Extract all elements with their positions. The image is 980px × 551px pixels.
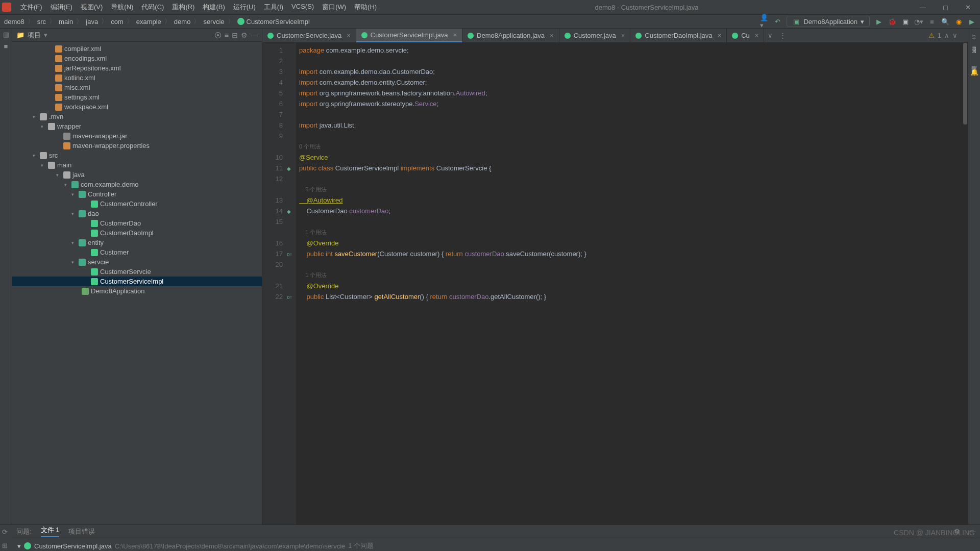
more-icon[interactable]: ▶ bbox=[968, 17, 976, 26]
menu-item[interactable]: 视图(V) bbox=[77, 2, 107, 13]
gear-icon[interactable]: ⚙ bbox=[241, 31, 248, 39]
menu-item[interactable]: 帮助(H) bbox=[350, 2, 381, 13]
tree-node[interactable]: ▾.mvn bbox=[12, 112, 262, 121]
vcs-add-icon[interactable]: 👤▾ bbox=[760, 17, 768, 26]
debug-button[interactable]: 🐞 bbox=[888, 17, 896, 26]
menu-item[interactable]: 导航(N) bbox=[107, 2, 137, 13]
editor-tab[interactable]: Customer.java× bbox=[559, 29, 631, 42]
tabs-more-icon[interactable]: ⋮ bbox=[776, 29, 789, 42]
menu-item[interactable]: 窗口(W) bbox=[318, 2, 350, 13]
folder-icon bbox=[48, 123, 55, 130]
close-tab-icon[interactable]: × bbox=[755, 32, 759, 39]
editor-tab[interactable]: Cu× bbox=[727, 29, 764, 42]
breadcrumb-item[interactable]: com bbox=[111, 18, 124, 26]
menu-item[interactable]: 文件(F) bbox=[16, 2, 46, 13]
tree-node[interactable]: ▾servcie bbox=[12, 257, 262, 267]
search-icon[interactable]: 🔍 bbox=[941, 17, 949, 26]
tree-node[interactable]: workspace.xml bbox=[12, 102, 262, 112]
tabs-more-icon[interactable]: ∨ bbox=[764, 29, 776, 42]
dropdown-icon[interactable]: ▾ bbox=[44, 31, 47, 39]
tree-node[interactable]: maven-wrapper.properties bbox=[12, 141, 262, 151]
tree-node[interactable]: Customer bbox=[12, 247, 262, 257]
ide-settings-icon[interactable]: ◉ bbox=[954, 17, 963, 26]
collapse-all-icon[interactable]: ⊟ bbox=[232, 31, 238, 39]
menu-item[interactable]: 重构(R) bbox=[168, 2, 199, 13]
tree-node[interactable]: encodings.xml bbox=[12, 54, 262, 63]
tree-node[interactable]: settings.xml bbox=[12, 92, 262, 102]
structure-icon[interactable]: ▥ bbox=[3, 31, 9, 38]
editor-tab[interactable]: CustomerServcie.java× bbox=[262, 29, 356, 42]
minimize-button[interactable]: — bbox=[913, 4, 933, 11]
pkg-icon bbox=[79, 259, 86, 266]
breadcrumb-item[interactable]: CustomerServiceImpl bbox=[247, 18, 310, 26]
inspection-summary[interactable]: ⚠ 1 ∧ ∨ bbox=[928, 32, 958, 39]
tree-node[interactable]: kotlinc.xml bbox=[12, 73, 262, 83]
bookmarks-icon[interactable]: ■ bbox=[4, 42, 8, 50]
close-tab-icon[interactable]: × bbox=[347, 32, 351, 39]
close-tab-icon[interactable]: × bbox=[621, 32, 625, 39]
close-tab-icon[interactable]: × bbox=[718, 32, 722, 39]
tree-node[interactable]: CustomerController bbox=[12, 199, 262, 209]
tree-node[interactable]: jarRepositories.xml bbox=[12, 63, 262, 73]
profile-button[interactable]: ◔▾ bbox=[915, 17, 923, 26]
undo-icon[interactable]: ↶ bbox=[773, 17, 781, 26]
close-tab-icon[interactable]: × bbox=[453, 31, 457, 39]
maven-tab[interactable]: m bbox=[971, 32, 977, 42]
expand-all-icon[interactable]: ≡ bbox=[225, 31, 229, 39]
tree-node[interactable]: CustomerDao bbox=[12, 218, 262, 228]
breadcrumb-item[interactable]: example bbox=[136, 18, 161, 26]
maximize-button[interactable]: ◻ bbox=[935, 4, 955, 11]
project-tree[interactable]: compiler.xmlencodings.xmljarRepositories… bbox=[12, 42, 262, 524]
hide-panel-icon[interactable]: — bbox=[251, 31, 258, 39]
close-window-button[interactable]: ✕ bbox=[958, 4, 978, 11]
menu-item[interactable]: 构建(B) bbox=[199, 2, 229, 13]
menu-item[interactable]: 工具(I) bbox=[260, 2, 287, 13]
tab-project-errors[interactable]: 项目错误 bbox=[68, 527, 95, 536]
tree-node[interactable]: ▾java bbox=[12, 170, 262, 180]
breadcrumb-item[interactable]: demo8 bbox=[4, 18, 24, 26]
tree-node[interactable]: ▾dao bbox=[12, 209, 262, 218]
problem-file-row[interactable]: ▾ CustomerServiceImpl.java C:\Users\8617… bbox=[17, 541, 975, 550]
menu-item[interactable]: 编辑(E) bbox=[46, 2, 77, 13]
editor-tab[interactable]: CustomerDaoImpl.java× bbox=[630, 29, 727, 42]
close-tab-icon[interactable]: × bbox=[550, 32, 554, 39]
editor-tab[interactable]: Demo8Application.java× bbox=[462, 29, 559, 42]
run-config-selector[interactable]: ▣ Demo8Application ▾ bbox=[787, 16, 870, 27]
breadcrumb-item[interactable]: java bbox=[86, 18, 98, 26]
editor-tab[interactable]: CustomerServiceImpl.java× bbox=[356, 29, 462, 42]
tree-node[interactable]: ▾Controller bbox=[12, 189, 262, 199]
tree-node[interactable]: Demo8Application bbox=[12, 286, 262, 296]
select-opened-icon[interactable]: ⦿ bbox=[214, 31, 222, 39]
tree-node[interactable]: ▾src bbox=[12, 151, 262, 160]
stop-button[interactable]: ■ bbox=[928, 17, 936, 26]
tree-node[interactable]: misc.xml bbox=[12, 83, 262, 92]
database-icon[interactable]: 🗄 bbox=[971, 46, 977, 54]
tree-node[interactable]: maven-wrapper.jar bbox=[12, 131, 262, 141]
tree-node[interactable]: compiler.xml bbox=[12, 44, 262, 54]
tree-node[interactable]: ▾com.example.demo bbox=[12, 180, 262, 189]
menu-item[interactable]: 代码(C) bbox=[137, 2, 168, 13]
prev-highlight-icon[interactable]: ∧ bbox=[944, 32, 949, 39]
filter-icon[interactable]: ⊞ bbox=[0, 539, 12, 551]
breadcrumb-item[interactable]: main bbox=[59, 18, 73, 26]
tree-node[interactable]: ▾wrapper bbox=[12, 121, 262, 131]
next-highlight-icon[interactable]: ∨ bbox=[952, 32, 958, 39]
editor-scrollbar[interactable] bbox=[963, 43, 968, 524]
tab-file[interactable]: 文件 1 bbox=[41, 525, 60, 537]
refresh-icon[interactable]: ⟳ bbox=[0, 525, 12, 539]
menu-item[interactable]: VCS(S) bbox=[287, 2, 318, 13]
tree-node[interactable]: CustomerServcie bbox=[12, 267, 262, 277]
tree-node[interactable]: CustomerDaoImpl bbox=[12, 228, 262, 238]
tree-node[interactable]: CustomerServiceImpl bbox=[12, 277, 262, 286]
coverage-button[interactable]: ▣ bbox=[901, 17, 910, 26]
code-content[interactable]: package com.example.demo.servcie; import… bbox=[296, 43, 968, 524]
tree-node[interactable]: ▾entity bbox=[12, 238, 262, 247]
run-button[interactable]: ▶ bbox=[875, 17, 883, 26]
notifications-icon[interactable]: 🔔 bbox=[970, 68, 978, 76]
breadcrumb-item[interactable]: demo bbox=[174, 18, 191, 26]
breadcrumb-item[interactable]: src bbox=[37, 18, 46, 26]
tree-node[interactable]: ▾main bbox=[12, 160, 262, 170]
breadcrumb-item[interactable]: servcie bbox=[203, 18, 224, 26]
code-editor[interactable]: 1234567891011121314151617202122 ◆◆o↑o↑ p… bbox=[262, 43, 968, 524]
menu-item[interactable]: 运行(U) bbox=[229, 2, 260, 13]
